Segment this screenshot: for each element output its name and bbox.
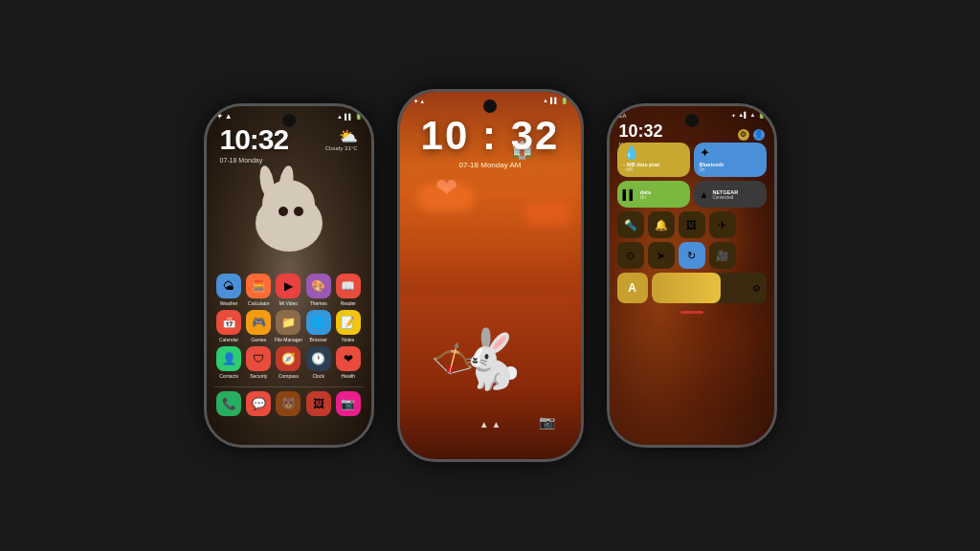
cc-mobile-data-tile[interactable]: ▌▌ data On xyxy=(617,181,690,208)
cc-bt-icon: ✦ xyxy=(731,112,736,119)
app-notes[interactable]: 📝 Notes xyxy=(334,310,363,342)
cc-row-2: ▌▌ data On ▲ NETGEAR Connected xyxy=(617,181,767,208)
data-plan-icon: 💧 xyxy=(623,144,684,160)
app-compass[interactable]: 🧭 Compass xyxy=(274,346,302,379)
cc-user-icon[interactable]: 👤 xyxy=(753,129,765,141)
swipe-up-arrows: ▲ ▲ xyxy=(479,419,501,430)
app-compass-label: Compass xyxy=(278,373,299,379)
battery-icon: 🔋 xyxy=(355,113,362,120)
app-health[interactable]: ❤ Health xyxy=(334,346,363,379)
app-contacts-icon: 👤 xyxy=(216,346,241,371)
signal-bar-icon: ▌▌ xyxy=(345,114,353,120)
cc-notification-tile[interactable]: 🔔 xyxy=(648,211,675,238)
cc-brightness-slider[interactable]: ⚙ xyxy=(652,273,767,303)
app-games-icon: 🎮 xyxy=(246,310,271,335)
wifi-tile-icon: ▲ xyxy=(700,189,709,200)
cc-settings-icon[interactable]: ⚙ xyxy=(738,129,749,141)
cc-flashlight-tile[interactable]: 🔦 xyxy=(617,211,644,238)
app-weather[interactable]: 🌤 Weather xyxy=(214,274,243,306)
app-calculator[interactable]: 🧮 Calculator xyxy=(244,274,273,306)
app-security[interactable]: 🛡 Security xyxy=(244,346,273,379)
app-themes[interactable]: 🎨 Themes xyxy=(304,274,333,306)
data-on-icon: ▌▌ xyxy=(623,189,636,200)
app-gallery-icon: 🖼 xyxy=(306,391,331,416)
weather-icon: ⛅ xyxy=(325,127,358,145)
cc-screen-tile[interactable]: 🖼 xyxy=(679,211,705,238)
app-browser[interactable]: 🌐 Browser xyxy=(304,310,333,342)
cc-location-tile[interactable]: ➤ xyxy=(648,242,675,269)
app-row-4: 📞 💬 🐻 🖼 📷 xyxy=(214,386,364,416)
app-weather-icon: 🌤 xyxy=(216,274,241,298)
app-reader[interactable]: 📖 Reader xyxy=(334,274,363,306)
cc-status-icons: ✦ ▲▌ ▲ 🔋 xyxy=(731,112,764,119)
cc-bottom-row: A ⚙ xyxy=(617,273,767,303)
app-calc-label: Calculator xyxy=(248,300,270,306)
app-clock[interactable]: 🕐 Clock xyxy=(304,346,333,379)
app-reader-label: Reader xyxy=(341,300,356,306)
app-themes-icon: 🎨 xyxy=(306,274,331,298)
app-compass-icon: 🧭 xyxy=(276,346,301,371)
camera-shortcut[interactable]: 📷 xyxy=(539,414,555,430)
cc-dnd-tile[interactable]: ⊙ xyxy=(617,242,644,269)
cc-home-indicator xyxy=(680,311,703,314)
app-contacts[interactable]: 👤 Contacts xyxy=(214,346,243,379)
cc-battery-icon: 🔋 xyxy=(758,112,765,119)
app-calendar[interactable]: 📅 Calendar xyxy=(214,310,243,342)
cc-sync-tile[interactable]: ↻ xyxy=(679,242,705,269)
app-health-label: Health xyxy=(342,373,355,379)
p2-signal: ✦ ▲ xyxy=(413,98,426,104)
status-icons-1: ▲ ▌▌ 🔋 xyxy=(337,113,361,120)
cc-signal-icon: ▲▌ xyxy=(738,112,747,119)
app-filemanager-icon: 📁 xyxy=(276,310,301,335)
cc-small-row-1: 🔦 🔔 🖼 ✈ xyxy=(617,211,767,238)
phone1-date: 07-18 Monday xyxy=(220,157,289,164)
bluetooth-icon: ✦ xyxy=(700,145,710,160)
app-row-1: 🌤 Weather 🧮 Calculator ▶ Mi Video 🎨 Them… xyxy=(214,274,364,306)
camera-notch-3 xyxy=(685,114,699,127)
cc-wifi-tile[interactable]: ▲ NETGEAR Connected xyxy=(694,181,767,208)
camera-notch-1 xyxy=(282,114,296,127)
cc-data-plan-tile[interactable]: 💧 ·· MB data plan ·· MB xyxy=(617,143,690,177)
app-weather-label: Weather xyxy=(220,300,238,306)
app-camera-icon: 📷 xyxy=(336,391,361,416)
app-notes-icon: 📝 xyxy=(336,310,361,335)
app-phone[interactable]: 📞 xyxy=(214,391,243,416)
p2-battery-icon: 🔋 xyxy=(561,98,568,104)
app-calendar-label: Calendar xyxy=(219,337,238,342)
data-on-sub: On xyxy=(640,195,651,200)
cc-wifi-icon: ▲ xyxy=(750,112,756,119)
p2-signal-icon: ▌▌ xyxy=(550,98,559,104)
cc-bluetooth-tile[interactable]: ✦ Bluetooth On xyxy=(694,143,767,177)
app-calc-icon: 🧮 xyxy=(246,274,271,298)
cc-brightness-fill xyxy=(652,273,721,303)
app-camera[interactable]: 📷 xyxy=(334,391,363,416)
app-file-manager[interactable]: 📁 File Manager xyxy=(274,310,302,342)
cc-time: 10:32 xyxy=(619,121,663,142)
wifi-status-icon: ▲ xyxy=(337,114,343,120)
app-messages-icon: 💬 xyxy=(246,391,271,416)
app-browser-icon: 🌐 xyxy=(306,310,331,335)
cc-font-tile[interactable]: A xyxy=(617,273,648,303)
app-mi-video[interactable]: ▶ Mi Video xyxy=(274,274,302,306)
app-row-3: 👤 Contacts 🛡 Security 🧭 Compass 🕐 Clock xyxy=(214,346,364,379)
app-calendar-icon: 📅 xyxy=(216,310,241,335)
phone2-date: 07-18 Monday AM xyxy=(400,161,581,169)
app-browser-label: Browser xyxy=(309,337,326,342)
bluetooth-sub: On xyxy=(700,167,761,172)
app-messages[interactable]: 💬 xyxy=(244,391,273,416)
swipe-indicator[interactable]: ▲ ▲ xyxy=(479,419,501,430)
app-gallery[interactable]: 🖼 xyxy=(304,391,333,416)
wifi-label: NETGEAR xyxy=(712,189,738,195)
app-reader-icon: 📖 xyxy=(336,274,361,298)
app-video-icon: ▶ xyxy=(276,274,301,298)
app-row-2: 📅 Calendar 🎮 Games 📁 File Manager 🌐 Brow… xyxy=(214,310,364,342)
app-clock-label: Clock xyxy=(312,373,324,379)
app-games[interactable]: 🎮 Games xyxy=(244,310,273,342)
camera-notch-2 xyxy=(483,99,497,113)
signal-icon: ✦ ▲ xyxy=(216,112,233,121)
app-misc1[interactable]: 🐻 xyxy=(274,391,302,416)
phone1-time: 10:32 xyxy=(220,123,289,156)
cc-airplane-tile[interactable]: ✈ xyxy=(709,211,736,238)
cc-record-tile[interactable]: 🎥 xyxy=(709,242,736,269)
app-filemanager-label: File Manager xyxy=(275,337,302,342)
